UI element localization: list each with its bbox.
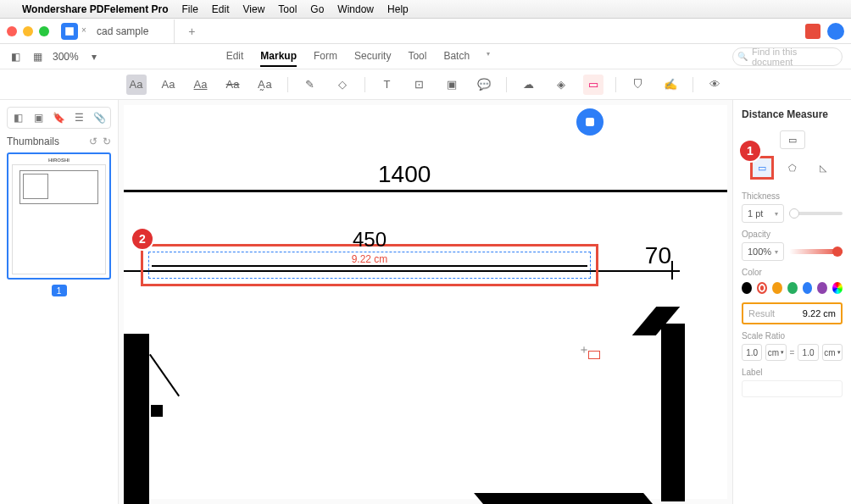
menu-file[interactable]: File bbox=[182, 3, 198, 15]
menu-view[interactable]: View bbox=[243, 3, 265, 15]
tab-security[interactable]: Security bbox=[354, 47, 391, 67]
tab-close-icon[interactable]: × bbox=[81, 25, 86, 35]
thickness-label: Thickness bbox=[742, 191, 843, 201]
scale-ratio-label: Scale Ratio bbox=[742, 331, 843, 341]
tab-tool[interactable]: Tool bbox=[408, 47, 426, 67]
page-thumbnail[interactable]: HIROSHI bbox=[7, 152, 111, 280]
tab-markup[interactable]: Markup bbox=[260, 47, 297, 67]
tab-edit[interactable]: Edit bbox=[226, 47, 244, 67]
color-blue[interactable] bbox=[803, 282, 813, 294]
color-green[interactable] bbox=[787, 282, 798, 294]
textbox-icon[interactable]: T bbox=[377, 75, 398, 95]
color-black[interactable] bbox=[742, 282, 752, 294]
svg-rect-0 bbox=[586, 118, 594, 126]
zoom-dropdown-icon[interactable]: ▾ bbox=[87, 50, 101, 64]
store-icon[interactable] bbox=[805, 24, 820, 39]
markup-toolbar: Aa Aa Aa Aa A̰a ✎ ◇ T ⊡ ▣ 💬 ☁ ◈ ▭ ⛉ ✍ 👁 bbox=[0, 69, 851, 100]
rotate-right-icon[interactable]: ↻ bbox=[103, 136, 111, 147]
menu-edit[interactable]: Edit bbox=[212, 3, 230, 15]
batch-dropdown-icon[interactable]: ▾ bbox=[487, 47, 490, 67]
document-tab[interactable]: × cad sample bbox=[86, 19, 175, 43]
hide-annotations-icon[interactable]: 👁 bbox=[705, 75, 726, 95]
dimension-70: 70 bbox=[645, 242, 671, 269]
opacity-slider[interactable] bbox=[789, 249, 843, 254]
left-sidebar: ◧ ▣ 🔖 ☰ 📎 Thumbnails ↺ ↻ HIROSHI 1 bbox=[0, 100, 119, 504]
sidebar-mode-switcher: ◧ ▣ 🔖 ☰ 📎 bbox=[7, 107, 111, 129]
opacity-select[interactable]: 100%▾ bbox=[742, 242, 784, 261]
tag-icon[interactable]: ◈ bbox=[551, 75, 571, 95]
bookmark-mode-icon[interactable]: 🔖 bbox=[52, 111, 65, 125]
underline-icon[interactable]: Aa bbox=[191, 75, 211, 95]
tab-batch[interactable]: Batch bbox=[443, 47, 470, 67]
zoom-level[interactable]: 300% bbox=[53, 51, 79, 63]
measurement-annotation[interactable]: 450 9.22 cm bbox=[141, 244, 598, 286]
grid-view-icon[interactable]: ▦ bbox=[31, 50, 44, 64]
area-tool-icon[interactable]: ◺ bbox=[811, 156, 835, 180]
strikethrough-icon[interactable]: Aa bbox=[223, 75, 243, 95]
measurement-result-label: 9.22 cm bbox=[352, 253, 388, 265]
color-orange[interactable] bbox=[772, 282, 782, 294]
search-placeholder: Find in this document bbox=[752, 47, 835, 67]
window-titlebar: × cad sample + bbox=[0, 19, 851, 44]
perimeter-tool-icon[interactable]: ⬠ bbox=[781, 156, 804, 180]
squiggly-icon[interactable]: A̰a bbox=[255, 75, 275, 95]
pen-icon[interactable]: ✎ bbox=[300, 75, 320, 95]
text-tool-icon[interactable]: Aa bbox=[159, 75, 179, 95]
mac-menubar: Wondershare PDFelement Pro File Edit Vie… bbox=[0, 0, 851, 19]
dimension-450: 450 bbox=[353, 228, 387, 252]
stamp-icon[interactable]: ⛉ bbox=[628, 75, 648, 95]
signature-icon[interactable]: ✍ bbox=[660, 75, 681, 95]
ratio-to-unit[interactable]: cm▾ bbox=[822, 344, 843, 361]
app-logo-icon bbox=[61, 23, 78, 40]
ratio-to-value[interactable]: 1.0 bbox=[798, 344, 818, 361]
app-name[interactable]: Wondershare PDFelement Pro bbox=[22, 3, 169, 15]
color-swatches bbox=[742, 282, 843, 294]
opacity-label: Opacity bbox=[742, 230, 843, 239]
thumbnails-mode-icon[interactable]: ◧ bbox=[12, 111, 25, 125]
comment-icon[interactable]: 💬 bbox=[474, 75, 494, 95]
sidebar-toggle-icon[interactable]: ◧ bbox=[8, 50, 22, 64]
menu-help[interactable]: Help bbox=[387, 3, 409, 15]
menu-go[interactable]: Go bbox=[310, 3, 324, 15]
menu-window[interactable]: Window bbox=[337, 3, 374, 15]
new-tab-button[interactable]: + bbox=[180, 25, 203, 38]
note-icon[interactable]: ▣ bbox=[442, 75, 462, 95]
thumb-doc-title: HIROSHI bbox=[48, 158, 70, 163]
attachment-mode-icon[interactable]: 📎 bbox=[92, 111, 106, 125]
menu-tool[interactable]: Tool bbox=[278, 3, 297, 15]
measure-icon[interactable]: ▭ bbox=[583, 75, 603, 95]
search-input[interactable]: Find in this document bbox=[732, 47, 843, 66]
label-input[interactable] bbox=[742, 380, 843, 397]
ratio-from-unit[interactable]: cm▾ bbox=[765, 344, 786, 361]
ratio-from-value[interactable]: 1.0 bbox=[742, 344, 762, 361]
color-purple[interactable] bbox=[817, 282, 827, 294]
callout-icon[interactable]: ⊡ bbox=[409, 75, 430, 95]
ratio-equals: = bbox=[790, 348, 795, 357]
measure-mode-icon[interactable]: ▭ bbox=[780, 130, 805, 149]
minimize-window-button[interactable] bbox=[23, 26, 33, 36]
list-mode-icon[interactable]: ☰ bbox=[72, 111, 86, 125]
floating-action-button[interactable] bbox=[576, 108, 603, 136]
properties-panel: Distance Measure ▭ 1 ▭ ⬠ ◺ Thickness 1 p… bbox=[732, 100, 851, 504]
close-window-button[interactable] bbox=[7, 26, 17, 36]
user-avatar-icon[interactable] bbox=[827, 23, 844, 40]
eraser-icon[interactable]: ◇ bbox=[332, 75, 353, 95]
highlight-text-icon[interactable]: Aa bbox=[126, 75, 147, 95]
shape-icon[interactable]: ☁ bbox=[519, 75, 539, 95]
thickness-slider[interactable] bbox=[789, 212, 843, 215]
result-value: 9.22 cm bbox=[803, 308, 836, 318]
measurement-result: Result 9.22 cm bbox=[742, 302, 843, 324]
main-menu-tabs: Edit Markup Form Security Tool Batch ▾ bbox=[226, 47, 490, 67]
color-label: Color bbox=[742, 268, 843, 277]
layers-mode-icon[interactable]: ▣ bbox=[32, 111, 46, 125]
callout-badge-1: 1 bbox=[738, 139, 762, 163]
color-picker-icon[interactable] bbox=[832, 282, 843, 294]
view-toolbar: ◧ ▦ 300% ▾ Edit Markup Form Security Too… bbox=[0, 44, 851, 69]
tab-form[interactable]: Form bbox=[314, 47, 337, 67]
color-red[interactable] bbox=[757, 282, 767, 294]
thickness-select[interactable]: 1 pt▾ bbox=[742, 204, 784, 223]
page-number-badge[interactable]: 1 bbox=[52, 285, 67, 296]
maximize-window-button[interactable] bbox=[39, 26, 49, 36]
rotate-left-icon[interactable]: ↺ bbox=[89, 136, 97, 147]
document-canvas[interactable]: 1400 70 450 9.22 cm ＋ bbox=[119, 100, 732, 504]
